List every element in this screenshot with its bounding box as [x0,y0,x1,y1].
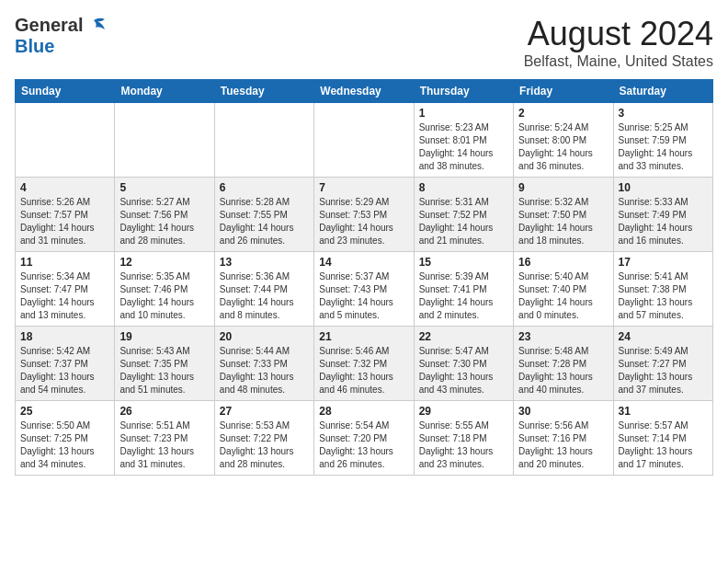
calendar-cell: 26Sunrise: 5:51 AM Sunset: 7:23 PM Dayli… [115,401,214,476]
day-number: 29 [419,405,508,418]
week-row-3: 11Sunrise: 5:34 AM Sunset: 7:47 PM Dayli… [16,252,713,327]
day-info: Sunrise: 5:48 AM Sunset: 7:28 PM Dayligh… [518,345,608,396]
day-info: Sunrise: 5:24 AM Sunset: 8:00 PM Dayligh… [518,121,608,173]
calendar-cell [16,103,115,178]
col-thursday: Thursday [414,80,513,103]
calendar-cell: 12Sunrise: 5:35 AM Sunset: 7:46 PM Dayli… [115,252,214,327]
calendar-cell: 8Sunrise: 5:31 AM Sunset: 7:52 PM Daylig… [414,178,513,252]
month-year-title: August 2024 [524,15,713,53]
calendar-cell: 27Sunrise: 5:53 AM Sunset: 7:22 PM Dayli… [214,401,313,476]
day-number: 27 [220,405,309,418]
day-number: 10 [619,181,708,194]
day-info: Sunrise: 5:31 AM Sunset: 7:52 PM Dayligh… [419,196,508,247]
day-number: 26 [119,405,209,418]
day-number: 22 [419,330,508,343]
day-number: 21 [319,330,408,343]
day-info: Sunrise: 5:47 AM Sunset: 7:30 PM Dayligh… [419,345,508,396]
day-number: 3 [619,107,708,120]
col-saturday: Saturday [613,80,712,103]
day-info: Sunrise: 5:50 AM Sunset: 7:25 PM Dayligh… [20,419,109,471]
day-number: 12 [119,256,209,269]
day-info: Sunrise: 5:37 AM Sunset: 7:43 PM Dayligh… [319,270,408,322]
day-info: Sunrise: 5:39 AM Sunset: 7:41 PM Dayligh… [419,270,508,322]
calendar-table: Sunday Monday Tuesday Wednesday Thursday… [15,79,713,476]
calendar-cell: 24Sunrise: 5:49 AM Sunset: 7:27 PM Dayli… [613,327,712,401]
day-info: Sunrise: 5:44 AM Sunset: 7:33 PM Dayligh… [220,345,309,396]
week-row-2: 4Sunrise: 5:26 AM Sunset: 7:57 PM Daylig… [16,178,713,252]
calendar-cell: 29Sunrise: 5:55 AM Sunset: 7:18 PM Dayli… [414,401,513,476]
col-sunday: Sunday [16,80,115,103]
calendar-cell: 23Sunrise: 5:48 AM Sunset: 7:28 PM Dayli… [514,327,613,401]
day-info: Sunrise: 5:53 AM Sunset: 7:22 PM Dayligh… [220,419,309,471]
calendar-cell: 14Sunrise: 5:37 AM Sunset: 7:43 PM Dayli… [314,252,414,327]
day-number: 30 [518,405,608,418]
col-friday: Friday [514,80,613,103]
day-number: 14 [319,256,408,269]
col-monday: Monday [115,80,214,103]
calendar-cell: 22Sunrise: 5:47 AM Sunset: 7:30 PM Dayli… [414,327,513,401]
day-info: Sunrise: 5:29 AM Sunset: 7:53 PM Dayligh… [319,196,408,247]
day-info: Sunrise: 5:56 AM Sunset: 7:16 PM Dayligh… [518,419,608,471]
logo-general-text: General [15,15,83,36]
day-number: 13 [220,256,309,269]
calendar-cell: 17Sunrise: 5:41 AM Sunset: 7:38 PM Dayli… [613,252,712,327]
calendar-cell: 31Sunrise: 5:57 AM Sunset: 7:14 PM Dayli… [613,401,712,476]
calendar-cell: 21Sunrise: 5:46 AM Sunset: 7:32 PM Dayli… [314,327,414,401]
calendar-cell: 6Sunrise: 5:28 AM Sunset: 7:55 PM Daylig… [214,178,313,252]
day-number: 6 [220,181,309,194]
calendar-cell: 18Sunrise: 5:42 AM Sunset: 7:37 PM Dayli… [16,327,115,401]
day-number: 20 [220,330,309,343]
day-number: 15 [419,256,508,269]
calendar-cell: 19Sunrise: 5:43 AM Sunset: 7:35 PM Dayli… [115,327,214,401]
day-info: Sunrise: 5:41 AM Sunset: 7:38 PM Dayligh… [619,270,708,322]
day-info: Sunrise: 5:40 AM Sunset: 7:40 PM Dayligh… [518,270,608,322]
calendar-cell: 9Sunrise: 5:32 AM Sunset: 7:50 PM Daylig… [514,178,613,252]
day-number: 4 [20,181,109,194]
day-info: Sunrise: 5:23 AM Sunset: 8:01 PM Dayligh… [419,121,508,173]
day-number: 16 [518,256,608,269]
title-area: August 2024 Belfast, Maine, United State… [524,15,713,70]
calendar-cell: 20Sunrise: 5:44 AM Sunset: 7:33 PM Dayli… [214,327,313,401]
calendar-cell: 13Sunrise: 5:36 AM Sunset: 7:44 PM Dayli… [214,252,313,327]
calendar-cell [314,103,414,178]
day-info: Sunrise: 5:28 AM Sunset: 7:55 PM Dayligh… [220,196,309,247]
calendar-cell: 7Sunrise: 5:29 AM Sunset: 7:53 PM Daylig… [314,178,414,252]
calendar-cell: 30Sunrise: 5:56 AM Sunset: 7:16 PM Dayli… [514,401,613,476]
day-number: 8 [419,181,508,194]
day-info: Sunrise: 5:54 AM Sunset: 7:20 PM Dayligh… [319,419,408,471]
calendar-cell: 3Sunrise: 5:25 AM Sunset: 7:59 PM Daylig… [613,103,712,178]
calendar-cell: 16Sunrise: 5:40 AM Sunset: 7:40 PM Dayli… [514,252,613,327]
day-info: Sunrise: 5:34 AM Sunset: 7:47 PM Dayligh… [20,270,109,322]
day-number: 24 [619,330,708,343]
calendar-cell: 10Sunrise: 5:33 AM Sunset: 7:49 PM Dayli… [613,178,712,252]
day-info: Sunrise: 5:36 AM Sunset: 7:44 PM Dayligh… [220,270,309,322]
header: General Blue August 2024 Belfast, Maine,… [15,15,713,70]
day-info: Sunrise: 5:55 AM Sunset: 7:18 PM Dayligh… [419,419,508,471]
week-row-4: 18Sunrise: 5:42 AM Sunset: 7:37 PM Dayli… [16,327,713,401]
logo-blue-text: Blue [15,36,54,56]
week-row-5: 25Sunrise: 5:50 AM Sunset: 7:25 PM Dayli… [16,401,713,476]
logo: General Blue [15,15,107,57]
day-number: 31 [619,405,708,418]
calendar-cell: 5Sunrise: 5:27 AM Sunset: 7:56 PM Daylig… [115,178,214,252]
location-subtitle: Belfast, Maine, United States [524,53,713,70]
day-info: Sunrise: 5:43 AM Sunset: 7:35 PM Dayligh… [119,345,209,396]
day-info: Sunrise: 5:49 AM Sunset: 7:27 PM Dayligh… [619,345,708,396]
col-tuesday: Tuesday [214,80,313,103]
calendar-cell: 11Sunrise: 5:34 AM Sunset: 7:47 PM Dayli… [16,252,115,327]
day-number: 2 [518,107,608,120]
day-info: Sunrise: 5:26 AM Sunset: 7:57 PM Dayligh… [20,196,109,247]
day-info: Sunrise: 5:32 AM Sunset: 7:50 PM Dayligh… [518,196,608,247]
day-info: Sunrise: 5:42 AM Sunset: 7:37 PM Dayligh… [20,345,109,396]
day-number: 9 [518,181,608,194]
day-info: Sunrise: 5:35 AM Sunset: 7:46 PM Dayligh… [119,270,209,322]
calendar-cell: 2Sunrise: 5:24 AM Sunset: 8:00 PM Daylig… [514,103,613,178]
calendar-cell: 28Sunrise: 5:54 AM Sunset: 7:20 PM Dayli… [314,401,414,476]
day-info: Sunrise: 5:27 AM Sunset: 7:56 PM Dayligh… [119,196,209,247]
day-number: 1 [419,107,508,120]
day-number: 28 [319,405,408,418]
day-number: 11 [20,256,109,269]
week-row-1: 1Sunrise: 5:23 AM Sunset: 8:01 PM Daylig… [16,103,713,178]
calendar-cell: 1Sunrise: 5:23 AM Sunset: 8:01 PM Daylig… [414,103,513,178]
day-number: 23 [518,330,608,343]
